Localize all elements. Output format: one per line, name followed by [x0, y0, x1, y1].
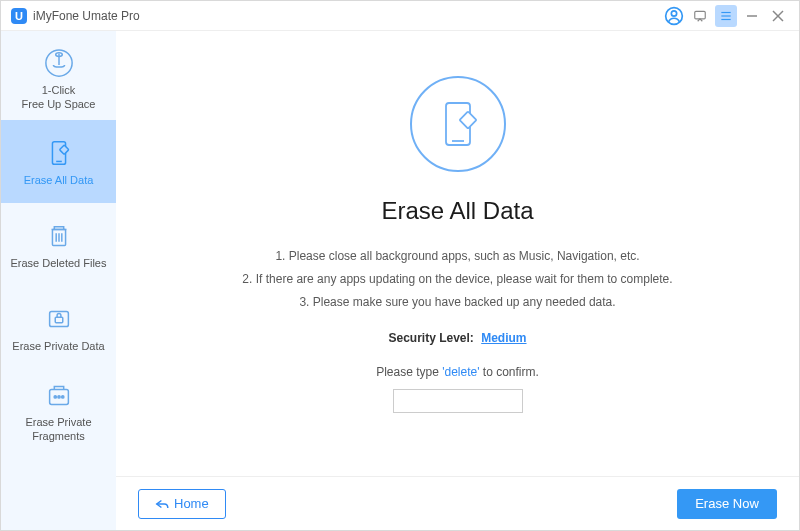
sidebar: 1-Click Free Up Space Erase All Data [1, 31, 116, 530]
page-title: Erase All Data [381, 197, 533, 225]
svg-rect-20 [55, 317, 63, 323]
sidebar-item-label: 1-Click Free Up Space [22, 84, 96, 112]
instruction-line: 2. If there are any apps updating on the… [242, 268, 672, 291]
erase-now-button[interactable]: Erase Now [677, 489, 777, 519]
home-button[interactable]: Home [138, 489, 226, 519]
erase-now-label: Erase Now [695, 496, 759, 511]
sidebar-item-erase-deleted-files[interactable]: Erase Deleted Files [1, 203, 116, 286]
confirm-keyword: 'delete' [442, 365, 479, 379]
sidebar-item-erase-all-data[interactable]: Erase All Data [1, 120, 116, 203]
svg-rect-14 [59, 145, 68, 154]
minimize-button[interactable] [741, 5, 763, 27]
feedback-icon[interactable] [689, 5, 711, 27]
private-data-icon [42, 302, 76, 336]
menu-icon[interactable] [715, 5, 737, 27]
confirm-input[interactable] [393, 389, 523, 413]
sidebar-item-label: Erase All Data [24, 174, 94, 188]
svg-point-1 [671, 10, 676, 15]
main: Erase All Data 1. Please close all backg… [116, 31, 799, 530]
svg-point-23 [57, 396, 59, 398]
sidebar-item-label: Erase Private Fragments [25, 416, 91, 444]
account-icon[interactable] [663, 5, 685, 27]
svg-rect-2 [695, 11, 706, 19]
sidebar-item-label: Erase Deleted Files [11, 257, 107, 271]
hero-icon [410, 76, 506, 172]
close-button[interactable] [767, 5, 789, 27]
confirm-text: Please type 'delete' to confirm. [376, 365, 539, 379]
titlebar: U iMyFone Umate Pro [1, 1, 799, 31]
instruction-line: 3. Please make sure you have backed up a… [242, 291, 672, 314]
svg-point-24 [61, 396, 63, 398]
home-button-label: Home [174, 496, 209, 511]
svg-rect-27 [459, 112, 476, 129]
trash-icon [42, 219, 76, 253]
instruction-line: 1. Please close all background apps, suc… [242, 245, 672, 268]
footer: Home Erase Now [116, 476, 799, 530]
app-title: iMyFone Umate Pro [33, 9, 140, 23]
body: 1-Click Free Up Space Erase All Data [1, 31, 799, 530]
phone-erase-icon [42, 136, 76, 170]
sidebar-item-free-up-space[interactable]: 1-Click Free Up Space [1, 37, 116, 120]
plunger-icon [42, 46, 76, 80]
sidebar-item-erase-private-fragments[interactable]: Erase Private Fragments [1, 369, 116, 452]
content: Erase All Data 1. Please close all backg… [116, 31, 799, 476]
svg-point-22 [54, 396, 56, 398]
fragments-icon [42, 378, 76, 412]
security-level-link[interactable]: Medium [481, 331, 526, 345]
app-logo-icon: U [11, 8, 27, 24]
security-level: Security Level: Medium [388, 331, 526, 345]
security-level-label: Security Level: [388, 331, 473, 345]
app-window: U iMyFone Umate Pro 1-Cl [0, 0, 800, 531]
sidebar-item-erase-private-data[interactable]: Erase Private Data [1, 286, 116, 369]
sidebar-item-label: Erase Private Data [12, 340, 104, 354]
instructions: 1. Please close all background apps, suc… [242, 245, 672, 313]
